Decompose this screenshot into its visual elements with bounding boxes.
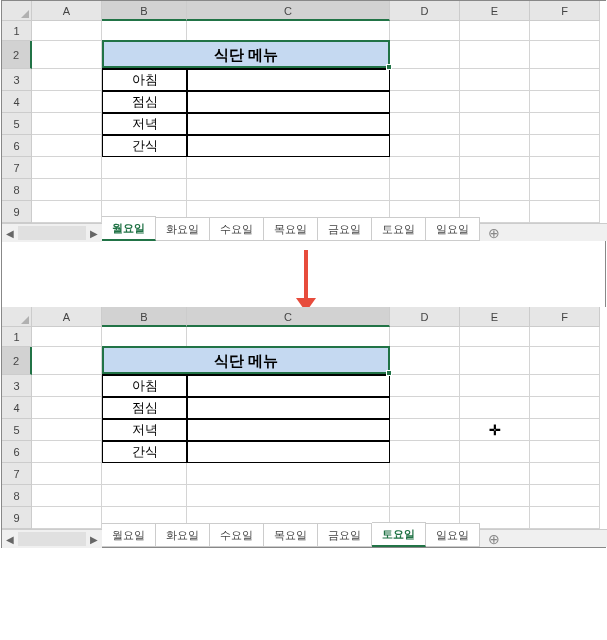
cell-E2[interactable] (460, 41, 530, 69)
cell-E1[interactable] (460, 21, 530, 41)
cell-F9[interactable] (530, 201, 600, 223)
row-header-3b[interactable]: 3 (2, 375, 32, 397)
cell-B1[interactable] (102, 21, 187, 41)
row-header-1b[interactable]: 1 (2, 327, 32, 347)
scroll-left-icon[interactable]: ◀ (2, 225, 18, 241)
row-header-9[interactable]: 9 (2, 201, 32, 223)
tab-sunday-2[interactable]: 일요일 (426, 523, 480, 547)
title-merged-cell-2[interactable]: 식단 메뉴 (102, 347, 390, 375)
col-header-C-2[interactable]: C (187, 307, 390, 327)
col-header-A-2[interactable]: A (32, 307, 102, 327)
tab-monday-2[interactable]: 월요일 (102, 523, 156, 547)
cell-A9[interactable] (32, 201, 102, 223)
cell-F3[interactable] (530, 69, 600, 91)
cell-D1[interactable] (390, 21, 460, 41)
cell-A2[interactable] (32, 41, 102, 69)
cell-D6[interactable] (390, 135, 460, 157)
col-header-E[interactable]: E (460, 1, 530, 21)
select-all-corner-2[interactable] (2, 307, 32, 327)
row-header-7b[interactable]: 7 (2, 463, 32, 485)
tab-monday[interactable]: 월요일 (102, 216, 156, 241)
cell-E8[interactable] (460, 179, 530, 201)
cell-C4[interactable] (187, 91, 390, 113)
cell-E4[interactable] (460, 91, 530, 113)
cell-B4[interactable]: 점심 (102, 91, 187, 113)
hscroll[interactable]: ◀ ▶ (2, 224, 102, 242)
cell-B7[interactable] (102, 157, 187, 179)
cell-E7[interactable] (460, 157, 530, 179)
col-header-B-2[interactable]: B (102, 307, 187, 327)
col-header-D-2[interactable]: D (390, 307, 460, 327)
cell-C7[interactable] (187, 157, 390, 179)
row-header-5b[interactable]: 5 (2, 419, 32, 441)
col-header-D[interactable]: D (390, 1, 460, 21)
cell-A7[interactable] (32, 157, 102, 179)
cell-C3[interactable] (187, 69, 390, 91)
cell-E3[interactable] (460, 69, 530, 91)
cell-F1[interactable] (530, 21, 600, 41)
col-header-A[interactable]: A (32, 1, 102, 21)
cell-D5[interactable] (390, 113, 460, 135)
cell-F4[interactable] (530, 91, 600, 113)
row-header-8[interactable]: 8 (2, 179, 32, 201)
hscroll-2[interactable]: ◀ ▶ (2, 530, 102, 548)
cell-B6[interactable]: 간식 (102, 135, 187, 157)
cell-D7[interactable] (390, 157, 460, 179)
cell-D3[interactable] (390, 69, 460, 91)
scroll-track[interactable] (18, 226, 86, 240)
cell-F5[interactable] (530, 113, 600, 135)
new-sheet-button-2[interactable]: ⊕ (480, 531, 508, 547)
row-header-4[interactable]: 4 (2, 91, 32, 113)
cell-F2[interactable] (530, 41, 600, 69)
col-header-C[interactable]: C (187, 1, 390, 21)
cell-A6[interactable] (32, 135, 102, 157)
tab-tuesday[interactable]: 화요일 (156, 217, 210, 241)
scroll-track-2[interactable] (18, 532, 86, 546)
cell-A3[interactable] (32, 69, 102, 91)
cell-A5[interactable] (32, 113, 102, 135)
tab-tuesday-2[interactable]: 화요일 (156, 523, 210, 547)
cell-B3[interactable]: 아침 (102, 69, 187, 91)
scroll-left-icon-2[interactable]: ◀ (2, 531, 18, 547)
cell-C6[interactable] (187, 135, 390, 157)
cell-C5[interactable] (187, 113, 390, 135)
cell-D2[interactable] (390, 41, 460, 69)
cell-A1[interactable] (32, 21, 102, 41)
cell-D8[interactable] (390, 179, 460, 201)
row-header-4b[interactable]: 4 (2, 397, 32, 419)
cell-B8[interactable] (102, 179, 187, 201)
tab-friday-2[interactable]: 금요일 (318, 523, 372, 547)
cell-B5[interactable]: 저녁 (102, 113, 187, 135)
row-header-6b[interactable]: 6 (2, 441, 32, 463)
col-header-E-2[interactable]: E (460, 307, 530, 327)
row-header-2b[interactable]: 2 (2, 347, 32, 375)
tab-saturday[interactable]: 토요일 (372, 217, 426, 241)
cell-C1[interactable] (187, 21, 390, 41)
row-header-9b[interactable]: 9 (2, 507, 32, 529)
select-all-corner[interactable] (2, 1, 32, 21)
scroll-right-icon[interactable]: ▶ (86, 225, 102, 241)
title-merged-cell[interactable]: 식단 메뉴 (102, 41, 390, 69)
tab-wednesday[interactable]: 수요일 (210, 217, 264, 241)
tab-sunday[interactable]: 일요일 (426, 217, 480, 241)
cell-C8[interactable] (187, 179, 390, 201)
row-header-1[interactable]: 1 (2, 21, 32, 41)
row-header-5[interactable]: 5 (2, 113, 32, 135)
cell-D4[interactable] (390, 91, 460, 113)
col-header-F-2[interactable]: F (530, 307, 600, 327)
row-header-3[interactable]: 3 (2, 69, 32, 91)
cell-F8[interactable] (530, 179, 600, 201)
tab-thursday-2[interactable]: 목요일 (264, 523, 318, 547)
cell-E5[interactable] (460, 113, 530, 135)
scroll-right-icon-2[interactable]: ▶ (86, 531, 102, 547)
row-header-2[interactable]: 2 (2, 41, 32, 69)
row-header-8b[interactable]: 8 (2, 485, 32, 507)
new-sheet-button[interactable]: ⊕ (480, 225, 508, 241)
row-header-7[interactable]: 7 (2, 157, 32, 179)
col-header-F[interactable]: F (530, 1, 600, 21)
cell-A4[interactable] (32, 91, 102, 113)
tab-thursday[interactable]: 목요일 (264, 217, 318, 241)
tab-saturday-2[interactable]: 토요일 (372, 522, 426, 547)
cell-E6[interactable] (460, 135, 530, 157)
cell-F7[interactable] (530, 157, 600, 179)
